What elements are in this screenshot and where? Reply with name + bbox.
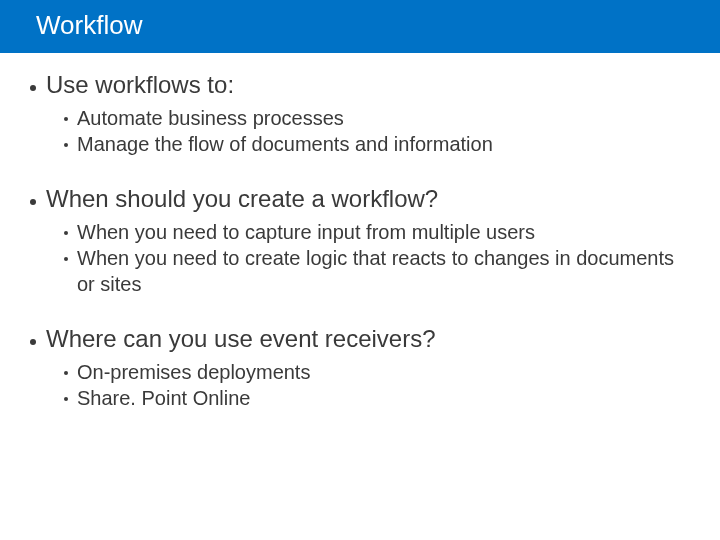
bullet-dot-icon: [64, 257, 68, 261]
main-bullet: Where can you use event receivers?: [30, 325, 690, 353]
bullet-dot-icon: [64, 117, 68, 121]
section-event-receivers: Where can you use event receivers? On-pr…: [30, 325, 690, 411]
sub-bullet: When you need to capture input from mult…: [64, 219, 690, 245]
sub-bullet-text: When you need to create logic that react…: [77, 245, 690, 297]
sub-bullet-text: Manage the flow of documents and informa…: [77, 131, 690, 157]
bullet-dot-icon: [30, 199, 36, 205]
section-when-create: When should you create a workflow? When …: [30, 185, 690, 297]
sub-bullet: Automate business processes: [64, 105, 690, 131]
section-use-workflows: Use workflows to: Automate business proc…: [30, 71, 690, 157]
sub-bullet: Manage the flow of documents and informa…: [64, 131, 690, 157]
sub-list: On-premises deployments Share. Point Onl…: [64, 359, 690, 411]
slide-title: Workflow: [36, 10, 142, 40]
sub-bullet: On-premises deployments: [64, 359, 690, 385]
sub-list: When you need to capture input from mult…: [64, 219, 690, 297]
main-bullet-text: When should you create a workflow?: [46, 185, 438, 213]
main-bullet: When should you create a workflow?: [30, 185, 690, 213]
main-bullet-text: Where can you use event receivers?: [46, 325, 436, 353]
bullet-dot-icon: [30, 85, 36, 91]
slide-header: Workflow: [0, 0, 720, 53]
sub-bullet-text: Automate business processes: [77, 105, 690, 131]
bullet-dot-icon: [64, 143, 68, 147]
slide-content: Use workflows to: Automate business proc…: [0, 53, 720, 411]
bullet-dot-icon: [30, 339, 36, 345]
sub-bullet-text: When you need to capture input from mult…: [77, 219, 690, 245]
sub-list: Automate business processes Manage the f…: [64, 105, 690, 157]
main-bullet: Use workflows to:: [30, 71, 690, 99]
sub-bullet-text: On-premises deployments: [77, 359, 690, 385]
sub-bullet: Share. Point Online: [64, 385, 690, 411]
sub-bullet: When you need to create logic that react…: [64, 245, 690, 297]
bullet-dot-icon: [64, 231, 68, 235]
bullet-dot-icon: [64, 397, 68, 401]
sub-bullet-text: Share. Point Online: [77, 385, 690, 411]
main-bullet-text: Use workflows to:: [46, 71, 234, 99]
bullet-dot-icon: [64, 371, 68, 375]
